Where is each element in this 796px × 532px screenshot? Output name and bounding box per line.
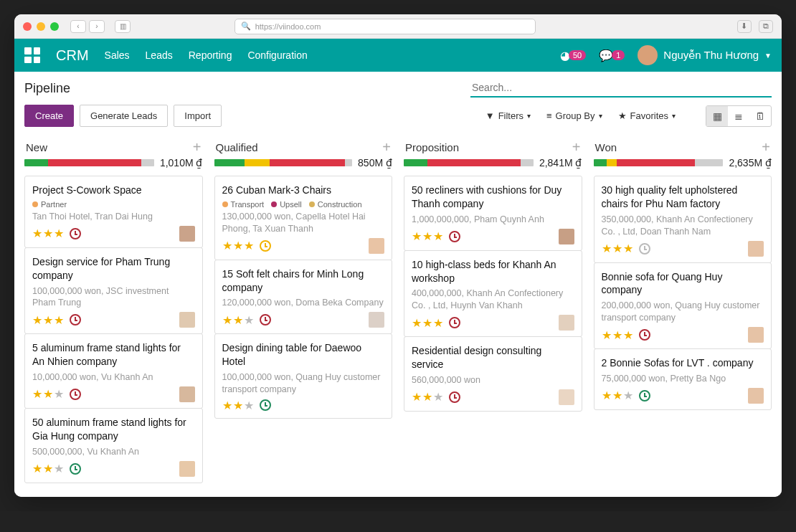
url-bar[interactable]: 🔍 https://viindoo.com [234, 19, 536, 34]
star-icon: ★ [612, 389, 622, 402]
kanban-card[interactable]: 10 high-class beds for Khanh An workshop… [404, 250, 582, 338]
kanban-card[interactable]: Design dining table for Daewoo Hotel100,… [214, 333, 393, 419]
kanban-card[interactable]: Residential design consulting service560… [404, 336, 582, 412]
star-icon: ★ [54, 462, 64, 475]
assignee-avatar[interactable] [179, 386, 195, 402]
activity-clock-icon[interactable] [260, 314, 271, 326]
maximize-window-icon[interactable] [50, 22, 59, 31]
kanban-card[interactable]: 5 aluminum frame stand lights for An Nhi… [24, 333, 203, 409]
download-icon[interactable]: ⬇ [737, 20, 752, 33]
add-card-button[interactable]: + [572, 140, 581, 154]
star-icon: ★ [422, 390, 432, 404]
browser-window: ‹ › ▥ 🔍 https://viindoo.com ⬇ ⧉ CRM Sale… [14, 14, 782, 497]
priority-stars[interactable]: ★★★ [32, 462, 64, 475]
card-meta: 560,000,000 won [412, 374, 574, 386]
activity-clock-icon[interactable] [639, 329, 650, 341]
star-icon: ★ [422, 316, 432, 330]
filters-dropdown[interactable]: ▼ Filters ▾ [485, 110, 531, 121]
star-icon: ★ [233, 313, 243, 327]
list-view-button[interactable]: ≣ [728, 106, 749, 126]
search-input[interactable] [470, 79, 772, 96]
kanban-card[interactable]: Design service for Pham Trung company100… [24, 247, 203, 335]
chevron-down-icon: ▾ [527, 112, 531, 120]
assignee-avatar[interactable] [748, 241, 764, 257]
priority-stars[interactable]: ★★★ [412, 229, 443, 243]
nav-leads[interactable]: Leads [146, 49, 173, 61]
close-window-icon[interactable] [23, 22, 32, 31]
add-card-button[interactable]: + [382, 140, 391, 154]
kanban-card[interactable]: 15 Soft felt chairs for Minh Long compan… [214, 260, 393, 335]
activity-clock-icon[interactable] [70, 389, 81, 400]
kanban-card[interactable]: Bonnie sofa for Quang Huy company200,000… [594, 262, 772, 350]
activity-clock-icon[interactable] [639, 390, 650, 402]
assignee-avatar[interactable] [748, 388, 764, 404]
kanban-card[interactable]: 50 recliners with cushions for Duy Thanh… [404, 176, 582, 251]
assignee-avatar[interactable] [369, 238, 384, 254]
assignee-avatar[interactable] [179, 461, 195, 477]
add-card-button[interactable]: + [193, 140, 202, 154]
activity-clock-icon[interactable] [260, 240, 271, 252]
activity-clock-icon[interactable] [70, 463, 81, 475]
sidebar-toggle-icon[interactable]: ▥ [115, 20, 131, 33]
kanban-card[interactable]: Project S-Cowork SpacePartnerTan Thoi Ho… [24, 176, 203, 248]
priority-stars[interactable]: ★★★ [222, 239, 254, 252]
activity-clock-icon[interactable] [449, 391, 460, 403]
priority-stars[interactable]: ★★★ [32, 227, 64, 240]
progress-bar [24, 159, 154, 166]
activity-clock-icon[interactable] [449, 317, 460, 328]
app-brand[interactable]: CRM [56, 47, 89, 64]
kanban-view-button[interactable]: ▦ [706, 106, 728, 126]
calendar-view-button[interactable]: 🗓 [749, 106, 771, 126]
favorites-dropdown[interactable]: ★ Favorites ▾ [618, 110, 676, 121]
priority-stars[interactable]: ★★★ [602, 242, 633, 255]
assignee-avatar[interactable] [559, 389, 574, 405]
kanban-card[interactable]: 30 high quality felt upholstered chairs … [594, 176, 772, 263]
messages-indicator[interactable]: 💬 1 [599, 49, 625, 62]
priority-stars[interactable]: ★★★ [222, 399, 254, 412]
generate-leads-button[interactable]: Generate Leads [80, 105, 168, 127]
add-card-button[interactable]: + [762, 140, 770, 154]
import-button[interactable]: Import [174, 105, 222, 127]
activity-clock-icon[interactable] [449, 231, 460, 242]
priority-stars[interactable]: ★★★ [602, 389, 633, 402]
nav-sales[interactable]: Sales [105, 49, 130, 61]
tag: Upsell [271, 200, 302, 209]
priority-stars[interactable]: ★★★ [222, 313, 254, 327]
nav-configuration[interactable]: Configuration [247, 49, 307, 61]
share-icon[interactable]: ⧉ [759, 20, 773, 33]
assignee-avatar[interactable] [179, 226, 195, 242]
groupby-dropdown[interactable]: ≡ Group By ▾ [546, 110, 602, 121]
kanban-card[interactable]: 50 aluminum frame stand lights for Gia H… [24, 408, 203, 483]
activity-clock-icon[interactable] [260, 399, 271, 411]
user-menu[interactable]: Nguyễn Thu Hương ▼ [638, 45, 772, 65]
apps-menu-icon[interactable] [24, 47, 40, 63]
create-button[interactable]: Create [24, 105, 74, 127]
minimize-window-icon[interactable] [37, 22, 45, 31]
card-footer: ★★★ [602, 327, 764, 343]
priority-stars[interactable]: ★★★ [32, 387, 64, 401]
activity-clock-icon[interactable] [639, 243, 650, 255]
activity-clock-icon[interactable] [70, 314, 81, 326]
chevron-down-icon: ▾ [599, 112, 602, 120]
column-title: Qualified [216, 141, 258, 153]
tag-label: Upsell [280, 200, 302, 209]
assignee-avatar[interactable] [559, 229, 574, 244]
priority-stars[interactable]: ★★★ [412, 316, 443, 330]
assignee-avatar[interactable] [748, 327, 764, 343]
kanban-column: Won+2,635M ₫30 high quality felt upholst… [588, 134, 778, 483]
kanban-card[interactable]: 2 Bonnie Sofas for LVT . company75,000,0… [594, 348, 772, 410]
assignee-avatar[interactable] [369, 312, 384, 328]
assignee-avatar[interactable] [559, 315, 574, 331]
forward-button[interactable]: › [89, 20, 105, 33]
star-icon: ★ [32, 462, 42, 475]
priority-stars[interactable]: ★★★ [32, 313, 64, 327]
nav-reporting[interactable]: Reporting [189, 49, 232, 61]
kanban-card[interactable]: 26 Cuban Mark-3 ChairsTransportUpsellCon… [214, 176, 393, 260]
priority-stars[interactable]: ★★★ [602, 328, 633, 342]
star-icon: ★ [43, 227, 53, 240]
back-button[interactable]: ‹ [70, 20, 86, 33]
priority-stars[interactable]: ★★★ [412, 390, 443, 404]
activity-clock-icon[interactable] [70, 228, 81, 239]
assignee-avatar[interactable] [179, 312, 195, 328]
activity-indicator[interactable]: ◕ 50 [560, 49, 586, 62]
